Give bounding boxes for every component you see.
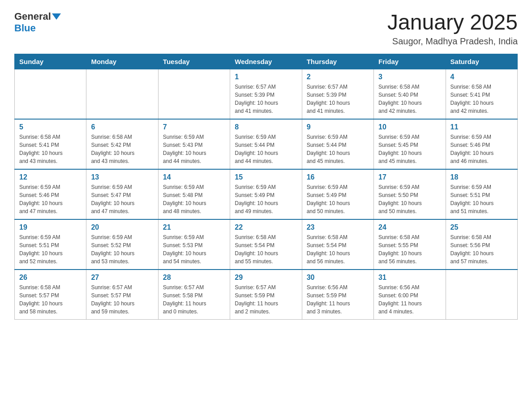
location-subtitle: Saugor, Madhya Pradesh, India [387, 36, 518, 47]
day-info: Sunrise: 6:57 AM Sunset: 5:39 PM Dayligh… [235, 83, 297, 115]
day-number: 27 [91, 274, 153, 282]
day-number: 11 [450, 123, 513, 131]
calendar-cell: 5Sunrise: 6:58 AM Sunset: 5:41 PM Daylig… [15, 119, 86, 169]
calendar-cell: 26Sunrise: 6:58 AM Sunset: 5:57 PM Dayli… [15, 270, 86, 320]
calendar-cell: 21Sunrise: 6:59 AM Sunset: 5:53 PM Dayli… [158, 219, 230, 270]
day-info: Sunrise: 6:58 AM Sunset: 5:56 PM Dayligh… [450, 233, 513, 265]
calendar-cell: 4Sunrise: 6:58 AM Sunset: 5:41 PM Daylig… [446, 69, 517, 119]
day-info: Sunrise: 6:58 AM Sunset: 5:54 PM Dayligh… [235, 233, 297, 265]
day-info: Sunrise: 6:59 AM Sunset: 5:43 PM Dayligh… [163, 133, 225, 165]
day-info: Sunrise: 6:59 AM Sunset: 5:50 PM Dayligh… [378, 183, 441, 215]
calendar-cell: 3Sunrise: 6:58 AM Sunset: 5:40 PM Daylig… [374, 69, 446, 119]
calendar-cell [158, 69, 230, 119]
logo-general-text: General [14, 11, 51, 22]
day-number: 1 [235, 73, 297, 81]
day-info: Sunrise: 6:59 AM Sunset: 5:49 PM Dayligh… [307, 183, 369, 215]
day-info: Sunrise: 6:59 AM Sunset: 5:45 PM Dayligh… [378, 133, 441, 165]
calendar-cell: 31Sunrise: 6:56 AM Sunset: 6:00 PM Dayli… [374, 270, 446, 320]
calendar-cell: 30Sunrise: 6:56 AM Sunset: 5:59 PM Dayli… [302, 270, 373, 320]
day-info: Sunrise: 6:58 AM Sunset: 5:41 PM Dayligh… [19, 133, 82, 165]
day-info: Sunrise: 6:56 AM Sunset: 6:00 PM Dayligh… [378, 283, 441, 316]
col-header-saturday: Saturday [446, 54, 517, 69]
calendar-week-row: 12Sunrise: 6:59 AM Sunset: 5:46 PM Dayli… [15, 169, 518, 219]
calendar-cell: 18Sunrise: 6:59 AM Sunset: 5:51 PM Dayli… [446, 169, 517, 219]
day-info: Sunrise: 6:58 AM Sunset: 5:55 PM Dayligh… [378, 233, 441, 265]
day-number: 13 [91, 173, 153, 181]
calendar-cell [15, 69, 86, 119]
day-number: 8 [235, 123, 297, 131]
day-number: 9 [307, 123, 369, 131]
calendar-cell: 7Sunrise: 6:59 AM Sunset: 5:43 PM Daylig… [158, 119, 230, 169]
day-info: Sunrise: 6:58 AM Sunset: 5:41 PM Dayligh… [450, 83, 513, 115]
calendar-cell: 12Sunrise: 6:59 AM Sunset: 5:46 PM Dayli… [15, 169, 86, 219]
calendar-week-row: 5Sunrise: 6:58 AM Sunset: 5:41 PM Daylig… [15, 119, 518, 169]
calendar-cell: 9Sunrise: 6:59 AM Sunset: 5:44 PM Daylig… [302, 119, 373, 169]
day-number: 10 [378, 123, 441, 131]
calendar-week-row: 1Sunrise: 6:57 AM Sunset: 5:39 PM Daylig… [15, 69, 518, 119]
day-info: Sunrise: 6:59 AM Sunset: 5:44 PM Dayligh… [307, 133, 369, 165]
day-number: 16 [307, 173, 369, 181]
day-number: 12 [19, 173, 82, 181]
calendar-week-row: 26Sunrise: 6:58 AM Sunset: 5:57 PM Dayli… [15, 270, 518, 320]
calendar-week-row: 19Sunrise: 6:59 AM Sunset: 5:51 PM Dayli… [15, 219, 518, 270]
day-number: 19 [19, 223, 82, 231]
calendar-cell: 13Sunrise: 6:59 AM Sunset: 5:47 PM Dayli… [86, 169, 158, 219]
day-info: Sunrise: 6:57 AM Sunset: 5:39 PM Dayligh… [307, 83, 369, 115]
day-info: Sunrise: 6:59 AM Sunset: 5:52 PM Dayligh… [91, 233, 153, 265]
day-info: Sunrise: 6:58 AM Sunset: 5:57 PM Dayligh… [19, 283, 82, 316]
day-info: Sunrise: 6:56 AM Sunset: 5:59 PM Dayligh… [307, 283, 369, 316]
day-info: Sunrise: 6:59 AM Sunset: 5:51 PM Dayligh… [450, 183, 513, 215]
day-info: Sunrise: 6:59 AM Sunset: 5:48 PM Dayligh… [163, 183, 225, 215]
calendar-cell [86, 69, 158, 119]
col-header-thursday: Thursday [302, 54, 373, 69]
calendar-cell: 10Sunrise: 6:59 AM Sunset: 5:45 PM Dayli… [374, 119, 446, 169]
calendar-cell [446, 270, 517, 320]
calendar-cell: 15Sunrise: 6:59 AM Sunset: 5:49 PM Dayli… [230, 169, 302, 219]
day-number: 14 [163, 173, 225, 181]
calendar-cell: 6Sunrise: 6:58 AM Sunset: 5:42 PM Daylig… [86, 119, 158, 169]
calendar-cell: 23Sunrise: 6:58 AM Sunset: 5:54 PM Dayli… [302, 219, 373, 270]
day-number: 4 [450, 73, 513, 81]
page-header: General Blue January 2025 Saugor, Madhya… [14, 11, 518, 47]
day-info: Sunrise: 6:59 AM Sunset: 5:46 PM Dayligh… [450, 133, 513, 165]
calendar-cell: 20Sunrise: 6:59 AM Sunset: 5:52 PM Dayli… [86, 219, 158, 270]
day-number: 31 [378, 274, 441, 282]
day-number: 5 [19, 123, 82, 131]
calendar-cell: 8Sunrise: 6:59 AM Sunset: 5:44 PM Daylig… [230, 119, 302, 169]
day-number: 17 [378, 173, 441, 181]
calendar-cell: 27Sunrise: 6:57 AM Sunset: 5:57 PM Dayli… [86, 270, 158, 320]
day-number: 29 [235, 274, 297, 282]
day-info: Sunrise: 6:59 AM Sunset: 5:53 PM Dayligh… [163, 233, 225, 265]
col-header-tuesday: Tuesday [158, 54, 230, 69]
day-info: Sunrise: 6:57 AM Sunset: 5:57 PM Dayligh… [91, 283, 153, 316]
logo-arrow-icon [52, 13, 61, 20]
day-number: 6 [91, 123, 153, 131]
day-info: Sunrise: 6:59 AM Sunset: 5:46 PM Dayligh… [19, 183, 82, 215]
logo: General Blue [14, 11, 62, 34]
col-header-friday: Friday [374, 54, 446, 69]
day-number: 20 [91, 223, 153, 231]
calendar-cell: 28Sunrise: 6:57 AM Sunset: 5:58 PM Dayli… [158, 270, 230, 320]
day-info: Sunrise: 6:57 AM Sunset: 5:59 PM Dayligh… [235, 283, 297, 316]
day-number: 3 [378, 73, 441, 81]
day-number: 22 [235, 223, 297, 231]
calendar-cell: 24Sunrise: 6:58 AM Sunset: 5:55 PM Dayli… [374, 219, 446, 270]
calendar-cell: 11Sunrise: 6:59 AM Sunset: 5:46 PM Dayli… [446, 119, 517, 169]
day-number: 24 [378, 223, 441, 231]
day-info: Sunrise: 6:58 AM Sunset: 5:40 PM Dayligh… [378, 83, 441, 115]
calendar-cell: 19Sunrise: 6:59 AM Sunset: 5:51 PM Dayli… [15, 219, 86, 270]
calendar-cell: 16Sunrise: 6:59 AM Sunset: 5:49 PM Dayli… [302, 169, 373, 219]
day-number: 18 [450, 173, 513, 181]
col-header-monday: Monday [86, 54, 158, 69]
day-number: 2 [307, 73, 369, 81]
day-number: 26 [19, 274, 82, 282]
day-info: Sunrise: 6:59 AM Sunset: 5:51 PM Dayligh… [19, 233, 82, 265]
calendar-cell: 17Sunrise: 6:59 AM Sunset: 5:50 PM Dayli… [374, 169, 446, 219]
day-number: 7 [163, 123, 225, 131]
day-info: Sunrise: 6:58 AM Sunset: 5:42 PM Dayligh… [91, 133, 153, 165]
calendar-header-row: SundayMondayTuesdayWednesdayThursdayFrid… [15, 54, 518, 69]
day-info: Sunrise: 6:58 AM Sunset: 5:54 PM Dayligh… [307, 233, 369, 265]
col-header-wednesday: Wednesday [230, 54, 302, 69]
month-title: January 2025 [387, 11, 518, 34]
day-info: Sunrise: 6:57 AM Sunset: 5:58 PM Dayligh… [163, 283, 225, 316]
